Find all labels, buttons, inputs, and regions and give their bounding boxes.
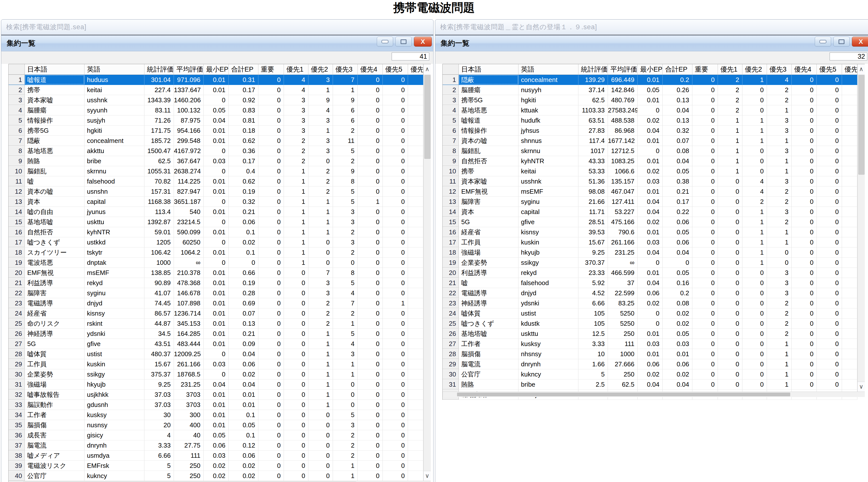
table-row[interactable]: 12EMF無視msEMF98.08467.0470.010.21004200 bbox=[443, 187, 857, 197]
scrollbar-thumb[interactable] bbox=[858, 75, 865, 174]
table-row[interactable]: 2脳腫瘍nusyyh37.14142.8460.050.26020200 bbox=[443, 85, 857, 95]
table-row[interactable]: 27工作者kusksy3.331110.030.03000100 bbox=[443, 339, 857, 349]
column-header[interactable]: 優先5 bbox=[817, 64, 842, 74]
table-row[interactable]: 21嘘falsehood5.92370.040.16000300 bbox=[443, 278, 857, 288]
scrollbar-thumb[interactable] bbox=[457, 393, 790, 396]
table-row[interactable]: 20利益誘導rekyd23.33466.5990.010.05000300 bbox=[443, 268, 857, 278]
vertical-scrollbar[interactable]: ∧∨ bbox=[857, 64, 865, 392]
window-titlebar[interactable]: 検索[携帯電磁波問題＿霊と自然の登場１．９.sea] bbox=[435, 20, 868, 34]
table-row[interactable]: 33脳誤動作gdusnh37.0337030.010.01001000 bbox=[9, 400, 423, 410]
table-row[interactable]: 3資本家嘘usshnk1343.391460.20600.92039900 bbox=[9, 95, 423, 105]
column-header[interactable]: 平均評価 bbox=[608, 64, 638, 74]
column-header[interactable]: 優先4 bbox=[358, 64, 383, 74]
table-row[interactable]: 25嘘つきくずkdustk105525000.02000200 bbox=[443, 319, 857, 329]
column-header[interactable]: 日本語 bbox=[25, 64, 85, 74]
table-row[interactable]: 24嘘体質ustist105525000.02000200 bbox=[443, 309, 857, 319]
table-row[interactable]: 9自然拒否kyhNTR43.331083.250.010.04010100 bbox=[443, 156, 857, 166]
table-row[interactable]: 30公官庁kukncy52500.020.02000100 bbox=[443, 369, 857, 380]
record-count-field[interactable] bbox=[392, 53, 429, 60]
column-header[interactable]: 優先 bbox=[408, 64, 423, 74]
column-header[interactable]: 最小EP bbox=[204, 64, 229, 74]
table-row[interactable]: 1隠蔽concealment139.29696.4490.010.2021400 bbox=[443, 75, 857, 85]
column-header[interactable]: 優先2 bbox=[308, 64, 333, 74]
table-row[interactable]: 39電磁波リスクEMFrsk52500.020.02000100 bbox=[9, 461, 423, 471]
table-row[interactable]: 28嘘体質ustist480.3712009.2500.04001300 bbox=[9, 349, 423, 359]
table-row[interactable]: 10携帯keitai53.331066.60.020.05010100 bbox=[443, 166, 857, 176]
table-row[interactable]: 2携帯keitai227.41337.6470.010.17041100 bbox=[9, 85, 423, 95]
table-row[interactable]: 24経産省kisnsy86.571236.7140.010.07002200 bbox=[9, 309, 423, 319]
minimize-button[interactable] bbox=[377, 37, 393, 46]
table-row[interactable]: 20EMF無視msEMF138.85210.3780.010.66007800 bbox=[9, 268, 423, 278]
table-row[interactable]: 36成長害gisicy4400.050.1000200 bbox=[9, 430, 423, 440]
column-header[interactable]: 平均評価 bbox=[174, 64, 204, 74]
table-row[interactable]: 14資本capital11.7153.2270.040.22001300 bbox=[443, 207, 857, 217]
table-row[interactable]: 11資本家嘘usshnk51.36135.1570.030.38004300 bbox=[443, 176, 857, 187]
table-row[interactable]: 25命のリスクrskint44.87345.1530.010.13002100 bbox=[9, 319, 423, 329]
table-row[interactable]: 29工作員kuskin15.67261.1660.030.06001100 bbox=[9, 359, 423, 369]
table-row[interactable]: 4脳腫瘍syyunh83.11100.1320.050.83034600 bbox=[9, 105, 423, 116]
column-header[interactable]: 優先3 bbox=[333, 64, 358, 74]
table-row[interactable]: 26神経誘導ydsnki34.5164.2850.010.21001500 bbox=[9, 329, 423, 339]
table-row[interactable]: 18スカイツリーtskytr106.421064.20.010.1010200 bbox=[9, 248, 423, 258]
table-row[interactable]: 18強磁場hkyujb9.25231.250.040.04001000 bbox=[443, 248, 857, 258]
table-row[interactable]: 6携帯5Ghgkiti171.75954.1660.010.18031200 bbox=[9, 126, 423, 136]
scrollbar-thumb[interactable] bbox=[424, 75, 431, 159]
column-header[interactable]: 日本語 bbox=[459, 64, 519, 74]
maximize-button[interactable] bbox=[395, 37, 412, 46]
column-header[interactable]: 最小EP bbox=[638, 64, 663, 74]
table-row[interactable]: 19企業姿勢ssikgy370.37∞00001000 bbox=[443, 258, 857, 268]
record-count-field[interactable] bbox=[830, 53, 867, 60]
column-header[interactable]: 重要 bbox=[692, 64, 718, 74]
column-header[interactable]: 合計EP bbox=[229, 64, 258, 74]
column-header[interactable]: 英語 bbox=[519, 64, 579, 74]
table-row[interactable]: 155Ggfive28.51475.1660.020.06001200 bbox=[443, 217, 857, 227]
table-row[interactable]: 3携帯5Ghgkiti62.5480.7690.010.13020200 bbox=[443, 95, 857, 105]
table-row[interactable]: 14嘘の自由jyunus113.45400.010.21011300 bbox=[9, 207, 423, 217]
table-row[interactable]: 275Ggfive43.51483.4440.010.09001400 bbox=[9, 339, 423, 349]
column-header[interactable]: 重要 bbox=[258, 64, 284, 74]
table-row[interactable]: 23神経誘導ydsnki6.6683.250.020.08000200 bbox=[443, 298, 857, 309]
scroll-down-button[interactable]: ∨ bbox=[858, 382, 865, 392]
panel-titlebar[interactable]: 集約一覧 X bbox=[1, 35, 433, 51]
minimize-button[interactable] bbox=[815, 37, 831, 46]
table-row[interactable]: 40公官庁kukncy52500.020.02000100 bbox=[9, 471, 423, 481]
scroll-down-button[interactable]: ∨ bbox=[424, 471, 431, 481]
table-row[interactable]: 4基地塔悪kttuak1103.3327583.24900.04020100 bbox=[443, 105, 857, 116]
table-row[interactable]: 17嘘つきくずustkkd12056025000.02010300 bbox=[9, 237, 423, 248]
table-row[interactable]: 7隠蔽concealment185.72299.5480.010.6202311… bbox=[9, 136, 423, 146]
column-header[interactable]: 優先4 bbox=[792, 64, 817, 74]
table-row[interactable]: 16自然拒否kyhNTR59.01590.0990.010.1011200 bbox=[9, 227, 423, 237]
table-row[interactable]: 8基地塔悪akkttu1500.474167.97200.36023500 bbox=[9, 146, 423, 156]
table-row[interactable]: 17工作員kuskin15.67261.1660.030.06001100 bbox=[443, 237, 857, 248]
window-titlebar[interactable]: 検索[携帯電磁波問題.sea] bbox=[1, 20, 433, 34]
table-row[interactable]: 37脳電流dnrynh3.3327.750.060.12000200 bbox=[9, 440, 423, 451]
table-row[interactable]: 1嘘報道huduus301.04971.0960.010.31043700 bbox=[9, 75, 423, 85]
table-row[interactable]: 26基地塔嘘uskttu12.52500.010.05000200 bbox=[443, 329, 857, 339]
table-row[interactable]: 38嘘メディアusmdya6.661110.030.06000200 bbox=[9, 451, 423, 461]
table-row[interactable]: 13資本capital1168.383651.18700.32011510 bbox=[9, 197, 423, 207]
table-row[interactable]: 28脳損傷nhsnsy1010000.010.01000100 bbox=[443, 349, 857, 359]
table-row[interactable]: 9賄賂bribe62.5367.6470.030.17020200 bbox=[9, 156, 423, 166]
column-header[interactable]: 優先3 bbox=[767, 64, 792, 74]
table-row[interactable]: 13脳障害syginu21.66127.4110.040.17002200 bbox=[443, 197, 857, 207]
table-row[interactable]: 22電磁誘導dnjyd4.5222.5990.060.2000300 bbox=[443, 288, 857, 298]
horizontal-scrollbar[interactable] bbox=[9, 481, 431, 482]
column-header[interactable]: 優先1 bbox=[284, 64, 308, 74]
row-number-header[interactable] bbox=[9, 64, 25, 74]
table-row[interactable]: 11嘘falsehood70.82114.2250.010.62012800 bbox=[9, 176, 423, 187]
table-row[interactable]: 10脳錯乱skrnnu1055.312638.27400.4012900 bbox=[9, 166, 423, 176]
column-header[interactable]: 優先 bbox=[842, 64, 857, 74]
column-header[interactable]: 優先2 bbox=[742, 64, 767, 74]
maximize-button[interactable] bbox=[833, 37, 850, 46]
column-header[interactable]: 優先1 bbox=[718, 64, 742, 74]
close-button[interactable]: X bbox=[852, 37, 868, 46]
table-row[interactable]: 8脳錯乱skrnnu101712712.500.08010300 bbox=[443, 146, 857, 156]
panel-titlebar[interactable]: 集約一覧 X bbox=[435, 35, 868, 51]
column-header[interactable]: 統計評価 bbox=[145, 64, 174, 74]
column-header[interactable]: 英語 bbox=[85, 64, 145, 74]
table-row[interactable]: 21利益誘導rekyd90.89478.3680.010.19003500 bbox=[9, 278, 423, 288]
column-header[interactable]: 統計評価 bbox=[579, 64, 608, 74]
scroll-up-button[interactable]: ∧ bbox=[858, 64, 865, 75]
vertical-scrollbar[interactable]: ∧∨ bbox=[423, 64, 431, 481]
table-row[interactable]: 22脳障害syginu41.07146.6780.010.28003400 bbox=[9, 288, 423, 298]
